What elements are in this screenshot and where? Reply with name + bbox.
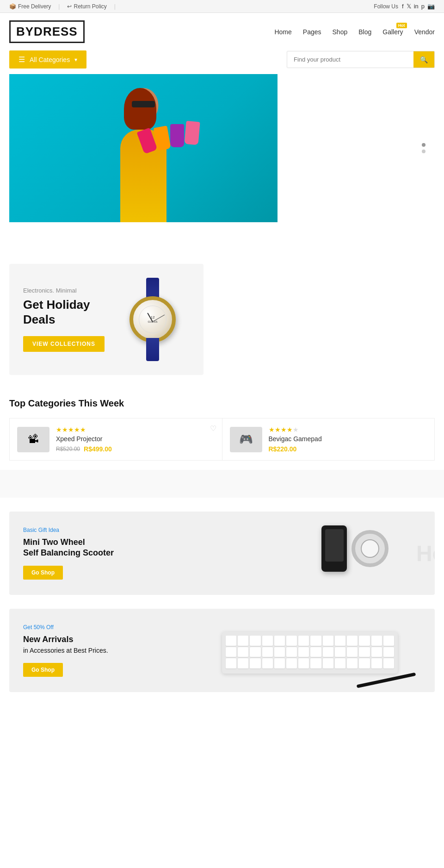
product-stars-2: ★★★★★ [269,426,427,433]
promo-scooter-text: Basic Gift Idea Mini Two WheelSelf Balan… [23,527,125,580]
nav-blog[interactable]: Blog [358,28,371,36]
price-row-2: R$220.00 [269,445,427,453]
hero-section [9,74,435,222]
pinterest-icon[interactable]: p [421,3,425,10]
search-bar-row: ☰ All Categories ▾ 🔍 [0,50,444,74]
promo-title-2: New Arrivalsin Accessories at Best Price… [23,634,125,656]
deals-category: Electronics. Minimal [23,287,116,294]
product-stars-1: ★★★★★ [56,426,215,433]
promo-shop-button-1[interactable]: Go Shop [23,566,63,580]
nav-gallery[interactable]: Gallery Hot [382,28,403,36]
promo-shop-button-2[interactable]: Go Shop [23,663,63,677]
promo-badge-2: Get 50% Off [23,624,125,631]
wishlist-button-1[interactable]: ♡ [210,424,216,433]
promo-accessories-text: Get 50% Off New Arrivalsin Accessories a… [23,624,125,677]
chevron-down-icon: ▾ [74,56,77,63]
products-row: 📽 ★★★★★ Xpeed Projector R$520.00 R$499.0… [9,418,435,461]
facebook-icon[interactable]: f [402,3,404,10]
return-policy: ↩ Return Policy [67,3,106,10]
product-card-projector: 📽 ★★★★★ Xpeed Projector R$520.00 R$499.0… [9,418,222,461]
promo-side-label-1: Ho [416,541,435,566]
search-input-wrap: 🔍 [287,51,435,68]
watch-strap-bottom [146,338,159,361]
hero-image [9,74,278,222]
menu-icon: ☰ [18,55,25,64]
follow-label: Follow Us [374,3,398,10]
top-categories-section: Top Categories This Week 📽 ★★★★★ Xpeed P… [0,389,444,470]
promo-scooter-card: Basic Gift Idea Mini Two WheelSelf Balan… [9,512,435,595]
delivery-icon: 📦 [9,3,16,10]
category-button[interactable]: ☰ All Categories ▾ [9,50,86,69]
search-button[interactable]: 🔍 [413,51,434,68]
product-info-projector: ★★★★★ Xpeed Projector R$520.00 R$499.00 [56,426,215,453]
price-row-1: R$520.00 R$499.00 [56,445,215,453]
dot-2[interactable] [422,150,426,153]
return-icon: ↩ [67,3,72,10]
new-price-1: R$499.00 [84,445,112,453]
watch-body: 12GUESS [130,296,176,343]
product-card-gamepad: 🎮 ★★★★★ Bevigac Gamepad R$220.00 [222,418,435,461]
free-delivery: 📦 Free Delivery [9,3,51,10]
logo[interactable]: BYDRESS [9,20,85,43]
promo-title-1: Mini Two WheelSelf Balancing Scooter [23,537,125,559]
social-icons: f 𝕏 in p 📷 [402,3,435,10]
slider-dots [422,143,426,153]
product-name-2: Bevigac Gamepad [269,435,427,443]
hot-badge: Hot [396,23,407,28]
product-image-gamepad: 🎮 [230,427,262,452]
search-input[interactable] [287,51,413,68]
top-bar-left: 📦 Free Delivery | ↩ Return Policy | [9,3,116,10]
twitter-icon[interactable]: 𝕏 [407,3,411,10]
instagram-icon[interactable]: 📷 [427,3,435,10]
nav-vendor[interactable]: Vendor [414,28,435,36]
divider: | [58,3,60,10]
promo-scooter-section: Basic Gift Idea Mini Two WheelSelf Balan… [0,512,444,595]
category-label: All Categories [30,56,70,63]
deals-text: Electronics. Minimal Get HolidayDeals VI… [23,287,116,351]
old-price-1: R$520.00 [56,446,80,452]
product-image-projector: 📽 [17,427,49,452]
top-bar: 📦 Free Delivery | ↩ Return Policy | Foll… [0,0,444,13]
promo-scooter-image [204,512,435,595]
deals-section: Electronics. Minimal Get HolidayDeals VI… [9,264,435,375]
watch-graphic: 12GUESS [116,278,190,361]
promo-accessories-section: Get 50% Off New Arrivalsin Accessories a… [0,609,444,692]
product-info-gamepad: ★★★★★ Bevigac Gamepad R$220.00 [269,426,427,453]
linkedin-icon[interactable]: in [414,3,419,10]
deals-title: Get HolidayDeals [23,298,116,326]
promo-badge-1: Basic Gift Idea [23,527,125,533]
view-collections-button[interactable]: VIEW COLLECTIONS [23,336,105,352]
section-title: Top Categories This Week [9,398,435,409]
promo-accessories-image [204,609,435,692]
product-name-1: Xpeed Projector [56,435,215,443]
main-nav: Home Pages Shop Blog Gallery Hot Vendor [274,28,435,36]
top-bar-right: Follow Us f 𝕏 in p 📷 [374,3,435,10]
nav-shop[interactable]: Shop [333,28,348,36]
nav-home[interactable]: Home [274,28,291,36]
header: BYDRESS Home Pages Shop Blog Gallery Hot… [0,13,444,50]
promo-accessories-card: Get 50% Off New Arrivalsin Accessories a… [9,609,435,692]
nav-pages[interactable]: Pages [303,28,321,36]
dot-1[interactable] [422,143,426,147]
deals-card: Electronics. Minimal Get HolidayDeals VI… [9,264,204,375]
divider2: | [114,3,116,10]
new-price-2: R$220.00 [269,445,297,453]
